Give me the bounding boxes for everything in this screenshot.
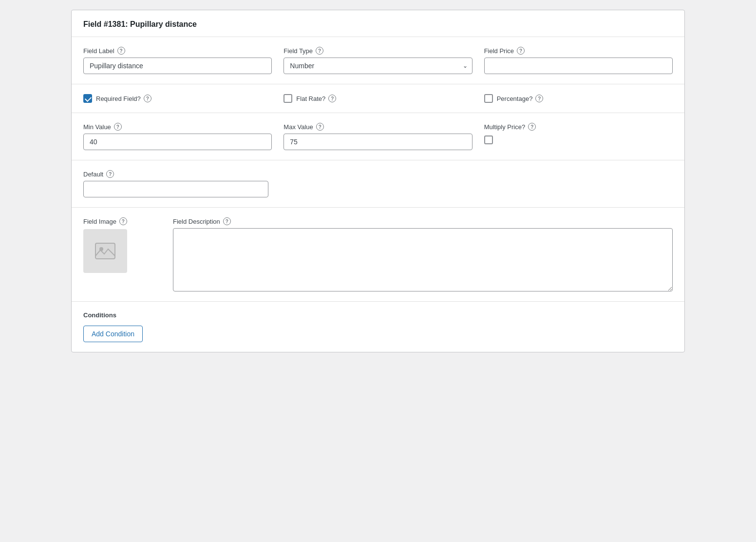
field-image-placeholder[interactable] xyxy=(83,229,127,273)
flat-rate-group: Flat Rate? ? xyxy=(284,94,472,103)
field-image-help-icon[interactable]: ? xyxy=(119,217,127,225)
field-label-group: Field Label ? xyxy=(83,47,272,74)
max-value-text: Max Value xyxy=(284,123,313,131)
percentage-checkbox[interactable] xyxy=(484,94,493,103)
multiply-price-group: Multiply Price? ? xyxy=(484,123,673,144)
max-value-help-icon[interactable]: ? xyxy=(316,123,324,131)
field-description-textarea[interactable] xyxy=(173,228,673,291)
flat-rate-help-icon[interactable]: ? xyxy=(328,95,336,102)
field-label-label: Field Label ? xyxy=(83,47,272,55)
required-field-label: Required Field? ? xyxy=(96,95,151,102)
basic-fields-row: Field Label ? Field Type ? Number Text C… xyxy=(83,47,673,74)
page-title: Field #1381: Pupillary distance xyxy=(83,20,673,29)
flat-rate-checkbox[interactable] xyxy=(284,94,292,103)
conditions-title: Conditions xyxy=(83,311,673,319)
checkboxes-row: Required Field? ? Flat Rate? ? Percentag… xyxy=(83,94,673,103)
default-row: Default ? xyxy=(83,170,673,197)
basic-fields-section: Field Label ? Field Type ? Number Text C… xyxy=(72,37,684,84)
required-field-checkbox[interactable] xyxy=(83,94,92,103)
multiply-price-checkbox[interactable] xyxy=(484,136,493,144)
default-text: Default xyxy=(83,171,103,178)
percentage-help-icon[interactable]: ? xyxy=(535,95,543,102)
multiply-price-text: Multiply Price? xyxy=(484,123,526,131)
image-description-section: Field Image ? Field Description ? xyxy=(72,208,684,302)
card-header: Field #1381: Pupillary distance xyxy=(72,10,684,37)
field-price-label: Field Price ? xyxy=(484,47,673,55)
default-section: Default ? xyxy=(72,160,684,208)
field-image-label: Field Image ? xyxy=(83,217,161,225)
min-value-input[interactable] xyxy=(83,134,272,150)
multiply-price-label: Multiply Price? ? xyxy=(484,123,673,131)
required-field-group: Required Field? ? xyxy=(83,94,272,103)
field-label-text: Field Label xyxy=(83,47,114,55)
field-description-group: Field Description ? xyxy=(173,217,673,291)
field-description-help-icon[interactable]: ? xyxy=(223,217,231,225)
checkboxes-section: Required Field? ? Flat Rate? ? Percentag… xyxy=(72,84,684,113)
image-icon xyxy=(94,239,117,263)
default-label: Default ? xyxy=(83,170,268,178)
field-card: Field #1381: Pupillary distance Field La… xyxy=(71,10,685,352)
field-label-help-icon[interactable]: ? xyxy=(117,47,125,55)
svg-rect-0 xyxy=(95,243,115,259)
max-value-input[interactable] xyxy=(284,134,472,150)
field-price-text: Field Price xyxy=(484,47,514,55)
field-type-select-wrapper: Number Text Checkbox Select ⌄ xyxy=(284,58,472,74)
percentage-group: Percentage? ? xyxy=(484,94,673,103)
field-price-input[interactable] xyxy=(484,58,673,74)
field-type-group: Field Type ? Number Text Checkbox Select… xyxy=(284,47,472,74)
multiply-price-help-icon[interactable]: ? xyxy=(528,123,536,131)
required-field-help-icon[interactable]: ? xyxy=(144,95,151,102)
field-type-text: Field Type xyxy=(284,47,313,55)
field-image-text: Field Image xyxy=(83,218,116,225)
min-value-label: Min Value ? xyxy=(83,123,272,131)
percentage-label: Percentage? ? xyxy=(497,95,544,102)
field-description-label: Field Description ? xyxy=(173,217,673,225)
max-value-group: Max Value ? xyxy=(284,123,472,150)
min-value-text: Min Value xyxy=(83,123,111,131)
field-type-select[interactable]: Number Text Checkbox Select xyxy=(284,58,472,74)
min-value-help-icon[interactable]: ? xyxy=(114,123,122,131)
field-description-text: Field Description xyxy=(173,218,220,225)
default-help-icon[interactable]: ? xyxy=(106,170,114,178)
field-type-label: Field Type ? xyxy=(284,47,472,55)
field-type-help-icon[interactable]: ? xyxy=(316,47,323,55)
image-description-row: Field Image ? Field Description ? xyxy=(83,217,673,291)
field-price-help-icon[interactable]: ? xyxy=(517,47,525,55)
default-input[interactable] xyxy=(83,181,268,197)
values-section: Min Value ? Max Value ? Multiply Price? … xyxy=(72,113,684,160)
default-group: Default ? xyxy=(83,170,268,197)
flat-rate-label: Flat Rate? ? xyxy=(296,95,336,102)
max-value-label: Max Value ? xyxy=(284,123,472,131)
add-condition-button[interactable]: Add Condition xyxy=(83,326,143,342)
field-image-group: Field Image ? xyxy=(83,217,161,273)
conditions-section: Conditions Add Condition xyxy=(72,302,684,352)
field-label-input[interactable] xyxy=(83,58,272,74)
min-value-group: Min Value ? xyxy=(83,123,272,150)
values-row: Min Value ? Max Value ? Multiply Price? … xyxy=(83,123,673,150)
field-price-group: Field Price ? xyxy=(484,47,673,74)
